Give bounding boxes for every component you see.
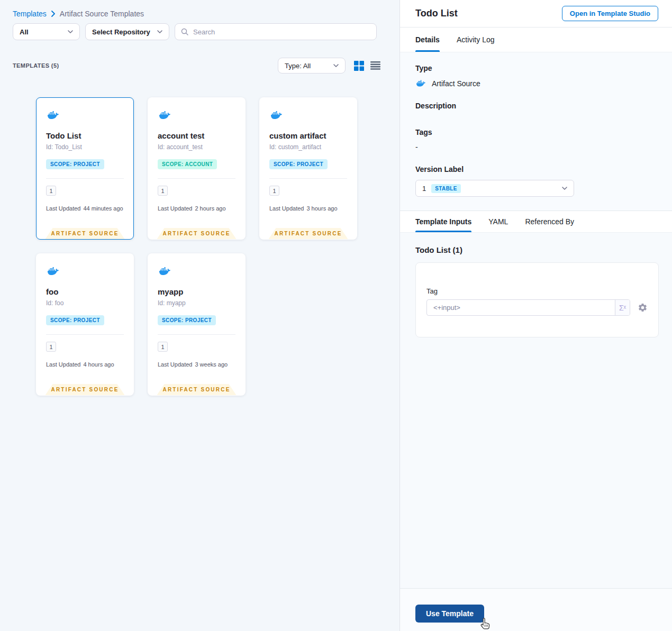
version-count-badge: 1: [158, 186, 168, 196]
divider: [269, 178, 347, 179]
template-card-account-test[interactable]: account test Id: account_test SCOPE: ACC…: [148, 97, 246, 240]
last-updated-value: 3 weeks ago: [195, 361, 228, 368]
inputs-card: Tag Σˣ: [415, 262, 659, 337]
artifact-source-ribbon: ARTIFACT SOURCE: [46, 228, 125, 239]
templates-list-header: TEMPLATES (5) Type: All: [0, 57, 399, 74]
template-card-title: account test: [158, 131, 235, 140]
type-filter-value: Type: All: [285, 62, 311, 70]
version-select[interactable]: 1 STABLE: [415, 180, 574, 197]
docker-icon: [46, 109, 60, 121]
search-icon: [180, 28, 189, 36]
search-box: [175, 23, 377, 40]
template-card-title: custom artifact: [269, 131, 347, 140]
detail-footer: Use Template: [400, 588, 672, 631]
template-card-todo-list[interactable]: Todo List Id: Todo_List SCOPE: PROJECT 1…: [36, 97, 134, 240]
template-card-title: myapp: [158, 287, 235, 296]
description-label: Description: [415, 102, 657, 110]
tab-details[interactable]: Details: [415, 28, 440, 52]
inputs-tabs: Template Inputs YAML Referenced By: [400, 211, 672, 233]
type-label: Type: [415, 64, 657, 72]
template-library-panel: Templates Artifact Source Templates All …: [0, 0, 400, 631]
list-view-icon[interactable]: [370, 61, 380, 70]
last-updated: Last Updated 3 hours ago: [269, 205, 347, 212]
use-template-button[interactable]: Use Template: [415, 605, 484, 623]
templates-grid: Todo List Id: Todo_List SCOPE: PROJECT 1…: [36, 97, 357, 396]
tab-referenced-by[interactable]: Referenced By: [525, 211, 574, 232]
scope-badge: SCOPE: PROJECT: [158, 315, 216, 325]
version-count-badge: 1: [46, 186, 56, 196]
type-filter-dropdown[interactable]: Type: All: [278, 58, 346, 74]
divider: [158, 334, 235, 335]
detail-title: Todo List: [415, 8, 458, 19]
version-count-badge: 1: [269, 186, 279, 196]
breadcrumb-chevron-icon: [51, 11, 56, 17]
scope-filter-dropdown[interactable]: All: [13, 23, 80, 40]
expression-toggle-button[interactable]: Σˣ: [615, 300, 630, 315]
tab-activity-log[interactable]: Activity Log: [457, 28, 495, 52]
docker-icon: [158, 109, 172, 121]
last-updated: Last Updated 44 minutes ago: [46, 205, 124, 212]
open-template-studio-button[interactable]: Open in Template Studio: [562, 6, 658, 21]
template-card-id: Id: foo: [46, 299, 124, 307]
tag-input[interactable]: [427, 300, 615, 315]
tab-template-inputs[interactable]: Template Inputs: [415, 211, 471, 232]
chevron-down-icon: [333, 64, 339, 67]
breadcrumb: Templates Artifact Source Templates: [0, 0, 399, 18]
template-card-custom-artifact[interactable]: custom artifact Id: custom_artifact SCOP…: [259, 97, 357, 240]
last-updated: Last Updated 3 weeks ago: [158, 361, 235, 368]
template-details-panel: Todo List Open in Template Studio Detail…: [400, 0, 672, 631]
breadcrumb-templates-link[interactable]: Templates: [13, 10, 47, 18]
last-updated-value: 3 hours ago: [306, 205, 337, 212]
grid-view-icon[interactable]: [354, 61, 364, 71]
artifact-source-ribbon: ARTIFACT SOURCE: [46, 384, 125, 395]
divider: [158, 178, 235, 179]
docker-icon: [415, 79, 426, 88]
docker-icon: [46, 266, 60, 277]
template-card-title: foo: [46, 287, 124, 296]
search-input[interactable]: [193, 28, 371, 36]
view-toggle: [354, 61, 380, 71]
last-updated-label: Last Updated: [46, 205, 80, 212]
gear-icon[interactable]: [638, 303, 648, 313]
template-card-foo[interactable]: foo Id: foo SCOPE: PROJECT 1 Last Update…: [36, 253, 134, 396]
scope-badge: SCOPE: PROJECT: [269, 159, 328, 169]
chevron-down-icon: [562, 187, 567, 190]
last-updated-label: Last Updated: [158, 361, 192, 368]
version-count-badge: 1: [158, 342, 168, 352]
last-updated-value: 44 minutes ago: [83, 205, 123, 212]
chevron-down-icon: [157, 30, 162, 33]
last-updated-value: 4 hours ago: [83, 361, 114, 368]
breadcrumb-current: Artifact Source Templates: [60, 10, 144, 18]
chevron-down-icon: [68, 30, 73, 33]
tags-label: Tags: [415, 128, 657, 136]
template-inputs-body: Todo List (1) Tag Σˣ: [400, 233, 672, 588]
last-updated-value: 2 hours ago: [195, 205, 225, 212]
docker-icon: [158, 266, 172, 277]
tags-value: -: [415, 143, 657, 151]
templates-count-label: TEMPLATES (5): [13, 62, 59, 69]
scope-badge: SCOPE: PROJECT: [46, 159, 104, 169]
last-updated-label: Last Updated: [46, 361, 80, 368]
tab-yaml[interactable]: YAML: [488, 211, 508, 232]
repository-filter-value: Select Repository: [92, 28, 150, 36]
scope-badge: SCOPE: PROJECT: [46, 315, 104, 325]
scope-badge: SCOPE: ACCOUNT: [158, 159, 217, 169]
detail-header: Todo List Open in Template Studio: [400, 0, 672, 28]
tag-input-group: Σˣ: [426, 299, 630, 316]
divider: [46, 334, 124, 335]
template-card-id: Id: custom_artifact: [269, 143, 347, 151]
docker-icon: [269, 109, 284, 121]
template-card-myapp[interactable]: myapp Id: myapp SCOPE: PROJECT 1 Last Up…: [148, 253, 246, 396]
inputs-heading: Todo List (1): [415, 245, 659, 254]
repository-filter-dropdown[interactable]: Select Repository: [85, 23, 169, 40]
last-updated-label: Last Updated: [269, 205, 304, 212]
stable-badge: STABLE: [431, 184, 461, 193]
version-value: 1: [422, 185, 426, 193]
version-count-badge: 1: [46, 342, 56, 352]
divider: [46, 178, 124, 179]
filter-bar: All Select Repository: [0, 18, 399, 40]
last-updated: Last Updated 4 hours ago: [46, 361, 124, 368]
template-card-id: Id: Todo_List: [46, 143, 124, 151]
template-card-id: Id: account_test: [158, 143, 235, 151]
template-card-title: Todo List: [46, 131, 124, 140]
